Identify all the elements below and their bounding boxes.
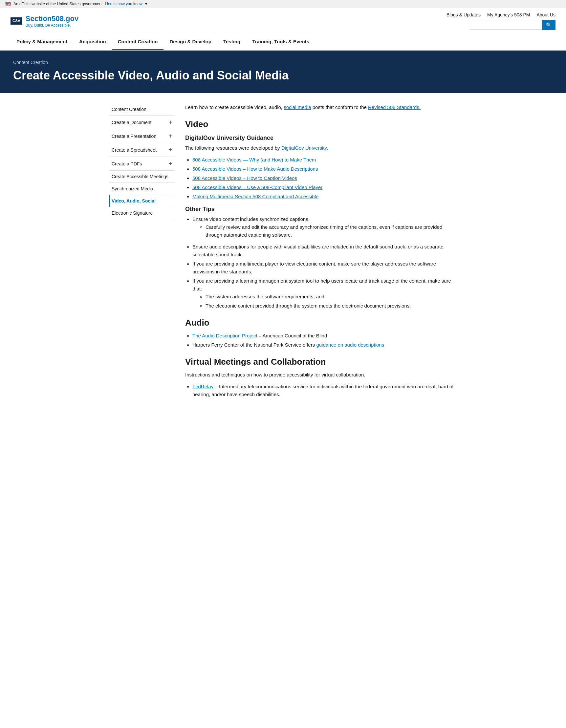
list-item: Making Multimedia Section 508 Compliant … (192, 193, 457, 201)
video-links-list: 508 Accessible Videos — Why (and How) to… (185, 156, 457, 201)
sidebar-item-create-pdfs[interactable]: Create a PDFs + (109, 157, 175, 171)
nav-policy[interactable]: Policy & Management (11, 34, 73, 50)
sidebar-item-electronic-signature[interactable]: Electronic Signature (109, 207, 175, 219)
nav-design-develop[interactable]: Design & Develop (163, 34, 217, 50)
virtual-list: FedRelay – Intermediary telecommunicatio… (185, 383, 457, 398)
list-item: 508 Accessible Videos – How to Make Audi… (192, 165, 457, 173)
sidebar-item-accessible-meetings[interactable]: Create Accessible Meetings (109, 171, 175, 183)
list-item: Harpers Ferry Center of the National Par… (192, 341, 457, 349)
search-button[interactable]: 🔍 (542, 20, 555, 30)
expand-icon: + (168, 160, 172, 167)
video-heading: Video (185, 119, 457, 129)
video-link-5[interactable]: Making Multimedia Section 508 Compliant … (192, 194, 318, 199)
site-header: GSA Section508.gov Buy. Build. Be Access… (0, 8, 566, 34)
breadcrumb: Content Creation (13, 60, 553, 65)
page-title: Create Accessible Video, Audio and Socia… (13, 68, 553, 82)
about-link[interactable]: About Us (536, 12, 555, 17)
flag-icon: 🇺🇸 (5, 1, 11, 7)
nav-training[interactable]: Training, Tools & Events (246, 34, 315, 50)
revised-508-link[interactable]: Revised 508 Standards. (368, 104, 421, 110)
video-link-3[interactable]: 508 Accessible Videos – How to Caption V… (192, 175, 297, 181)
expand-icon: + (168, 146, 172, 153)
sub-tips-list: Carefully review and edit the accuracy a… (192, 223, 457, 239)
tips-list: Ensure video content includes synchroniz… (185, 215, 457, 310)
sidebar-item-video-audio-social[interactable]: Video, Audio, Social (109, 195, 175, 207)
expand-icon: + (168, 119, 172, 126)
main-nav: Policy & Management Acquisition Content … (0, 34, 566, 51)
sidebar-item-create-presentation[interactable]: Create a Presentation + (109, 129, 175, 143)
sidebar: Content Creation Create a Document + Cre… (109, 103, 175, 402)
video-link-2[interactable]: 508 Accessible Videos – How to Make Audi… (192, 166, 318, 172)
fedrelay-link[interactable]: FedRelay (192, 384, 213, 389)
audio-description-link[interactable]: The Audio Description Project (192, 333, 257, 338)
nav-acquisition[interactable]: Acquisition (73, 34, 112, 50)
list-item: FedRelay – Intermediary telecommunicatio… (192, 383, 457, 398)
site-tagline: Buy. Build. Be Accessible. (26, 23, 78, 28)
list-item: 508 Accessible Videos – How to Caption V… (192, 174, 457, 182)
list-item: Carefully review and edit the accuracy a… (206, 223, 457, 239)
list-item: 508 Accessible Videos – Use a 508-Compli… (192, 183, 457, 191)
blogs-link[interactable]: Blogs & Updates (446, 12, 481, 17)
logo-area: GSA Section508.gov Buy. Build. Be Access… (11, 14, 78, 28)
nav-content-creation[interactable]: Content Creation (112, 34, 164, 50)
digitalgov-intro: The following resources were developed b… (185, 144, 457, 152)
virtual-meetings-heading: Virtual Meetings and Collaboration (185, 357, 457, 367)
social-media-link[interactable]: social media (284, 104, 311, 110)
gov-banner-link[interactable]: Here's how you know (105, 2, 142, 6)
list-item: 508 Accessible Videos — Why (and How) to… (192, 156, 457, 164)
search-input[interactable] (470, 20, 542, 30)
sidebar-item-synchronized-media[interactable]: Synchronized Media (109, 183, 175, 195)
chevron-icon: ▾ (145, 2, 147, 6)
virtual-intro: Instructions and techniques on how to pr… (185, 371, 457, 379)
list-item: Ensure video content includes synchroniz… (192, 215, 457, 239)
video-link-4[interactable]: 508 Accessible Videos – Use a 508-Compli… (192, 184, 322, 190)
gov-banner-text: An official website of the United States… (13, 2, 102, 6)
header-links: Blogs & Updates My Agency's 508 PM About… (446, 12, 555, 17)
header-right: Blogs & Updates My Agency's 508 PM About… (446, 12, 555, 30)
list-item: The Audio Description Project – American… (192, 332, 457, 340)
audio-list: The Audio Description Project – American… (185, 332, 457, 349)
list-item: The system addresses the software requir… (206, 293, 457, 301)
expand-icon: + (168, 133, 172, 139)
list-item: If you are providing a multimedia player… (192, 260, 457, 276)
list-item: Ensure audio descriptions for people wit… (192, 243, 457, 259)
intro-text: Learn how to create accessible video, au… (185, 103, 457, 111)
site-brand: Section508.gov Buy. Build. Be Accessible… (26, 14, 78, 28)
audio-heading: Audio (185, 318, 457, 328)
other-tips-heading: Other Tips (185, 206, 457, 213)
hero: Content Creation Create Accessible Video… (0, 51, 566, 93)
agency-link[interactable]: My Agency's 508 PM (487, 12, 530, 17)
site-title: Section508.gov (26, 14, 78, 23)
main-content: Learn how to create accessible video, au… (185, 103, 457, 402)
digitalgov-link[interactable]: DigitalGov University (281, 145, 327, 151)
sidebar-item-create-spreadsheet[interactable]: Create a Spreadsheet + (109, 143, 175, 157)
gsa-logo: GSA (11, 17, 22, 24)
gov-banner: 🇺🇸 An official website of the United Sta… (0, 0, 566, 8)
list-item: The electronic content provided through … (206, 302, 457, 310)
sidebar-item-content-creation[interactable]: Content Creation (109, 103, 175, 116)
sub-tips-list-2: The system addresses the software requir… (192, 293, 457, 310)
list-item: If you are providing a learning manageme… (192, 277, 457, 310)
main-layout: Content Creation Create a Document + Cre… (102, 93, 464, 413)
digitalgov-subheading: DigitalGov University Guidance (185, 135, 457, 141)
audio-guidance-link[interactable]: guidance on audio descriptions (316, 342, 384, 348)
search-bar: 🔍 (470, 20, 555, 30)
nav-testing[interactable]: Testing (217, 34, 246, 50)
video-link-1[interactable]: 508 Accessible Videos — Why (and How) to… (192, 157, 316, 162)
sidebar-item-create-document[interactable]: Create a Document + (109, 116, 175, 129)
